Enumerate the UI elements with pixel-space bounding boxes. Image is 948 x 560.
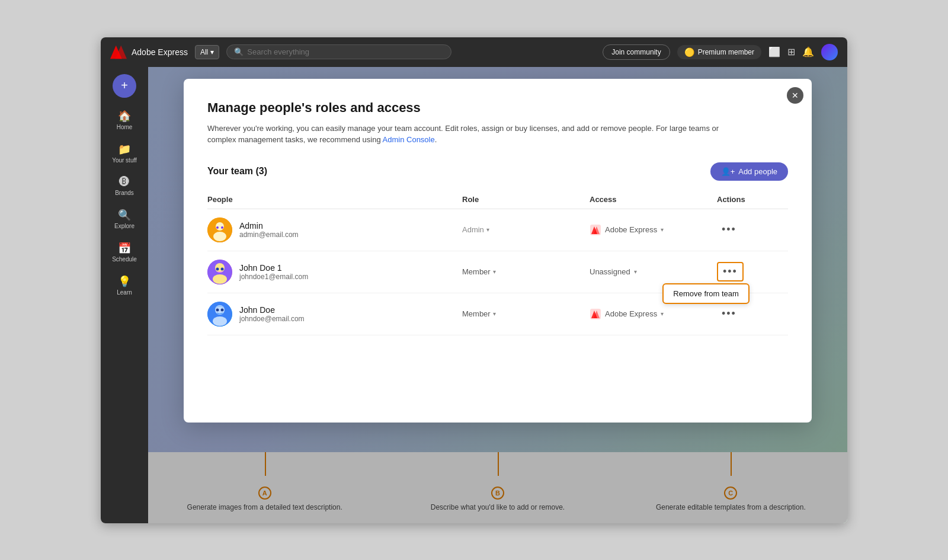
actions-button-jd1[interactable]: ••• — [717, 262, 744, 281]
svg-point-18 — [216, 308, 219, 311]
col-access: Access — [590, 195, 717, 204]
person-cell-admin: Admin admin@email.com — [207, 217, 462, 242]
access-value-jd: Adobe Express — [605, 309, 657, 318]
cast-icon[interactable]: ⬜ — [768, 46, 780, 57]
add-people-button[interactable]: 👤+ Add people — [710, 162, 788, 181]
person-name-jd1: John Doe 1 — [239, 263, 308, 273]
sidebar-item-home[interactable]: 🏠 Home — [104, 105, 145, 136]
sidebar-item-learn[interactable]: 💡 Learn — [104, 270, 145, 301]
brands-icon: 🅑 — [119, 176, 130, 188]
add-person-icon: 👤+ — [721, 167, 735, 176]
svg-point-13 — [216, 267, 219, 270]
sidebar-label-schedule: Schedule — [112, 256, 137, 263]
modal-close-button[interactable]: ✕ — [787, 87, 803, 104]
svg-point-11 — [215, 263, 225, 273]
svg-point-5 — [216, 226, 219, 229]
user-avatar[interactable] — [821, 44, 838, 60]
col-actions: Actions — [717, 195, 788, 204]
description-text: Wherever you're working, you can easily … — [207, 124, 719, 145]
people-table: People Role Access Actions — [207, 190, 788, 335]
join-community-button[interactable]: Join community — [603, 44, 670, 60]
adobe-logo-icon — [110, 44, 127, 60]
context-menu[interactable]: Remove from team — [662, 283, 750, 304]
table-row: Admin admin@email.com Admin ▾ — [207, 209, 788, 251]
sidebar-label-brands: Brands — [115, 190, 134, 197]
add-new-button[interactable]: + — [113, 74, 136, 98]
role-chevron-admin: ▾ — [486, 226, 489, 233]
sidebar-item-your-stuff[interactable]: 📁 Your stuff — [104, 138, 145, 169]
search-input[interactable] — [247, 47, 444, 56]
access-chevron-jd: ▾ — [661, 311, 664, 317]
adobe-express-icon-admin — [590, 224, 601, 236]
grid-icon[interactable]: ⊞ — [787, 46, 795, 57]
avatar-jd1 — [207, 260, 232, 284]
navbar: Adobe Express All ▾ 🔍 Join community 🟡 P… — [101, 37, 847, 67]
premium-icon: 🟡 — [684, 47, 694, 57]
svg-point-17 — [213, 316, 227, 326]
premium-label: Premium member — [698, 48, 754, 56]
svg-point-6 — [221, 226, 223, 229]
premium-member-badge: 🟡 Premium member — [677, 45, 761, 59]
remove-from-team-option[interactable]: Remove from team — [673, 289, 739, 298]
modal-title: Manage people's roles and access — [207, 100, 788, 116]
sidebar-item-brands[interactable]: 🅑 Brands — [104, 171, 145, 201]
actions-button-jd[interactable]: ••• — [717, 305, 741, 322]
person-cell-jd: John Doe johndoe@email.com — [207, 302, 462, 327]
col-people: People — [207, 195, 462, 204]
app-title: Adobe Express — [132, 47, 188, 57]
person-info-jd1: John Doe 1 johndoe1@email.com — [239, 263, 308, 281]
actions-cell-jd1: ••• Remove from team — [717, 262, 788, 281]
app-container: Adobe Express All ▾ 🔍 Join community 🟡 P… — [101, 37, 847, 523]
search-bar[interactable]: 🔍 — [226, 44, 451, 59]
access-chevron-jd1: ▾ — [634, 268, 637, 275]
sidebar: + 🏠 Home 📁 Your stuff 🅑 Brands 🔍 Explore… — [101, 67, 148, 523]
sidebar-item-explore[interactable]: 🔍 Explore — [104, 204, 145, 235]
role-dropdown-jd[interactable]: Member ▾ — [462, 309, 590, 318]
svg-point-4 — [213, 232, 226, 241]
add-people-label: Add people — [738, 167, 777, 176]
person-email-jd: johndoe@email.com — [239, 315, 305, 323]
role-dropdown-jd1[interactable]: Member ▾ — [462, 267, 590, 276]
svg-point-14 — [221, 267, 224, 270]
access-dropdown-admin[interactable]: Adobe Express ▾ — [590, 224, 717, 236]
person-email-jd1: johndoe1@email.com — [239, 273, 308, 281]
notification-icon[interactable]: 🔔 — [802, 46, 814, 57]
sidebar-label-explore: Explore — [114, 223, 134, 230]
team-header: Your team (3) 👤+ Add people — [207, 162, 788, 181]
access-chevron-admin: ▾ — [661, 226, 664, 233]
actions-cell-admin: ••• — [717, 221, 788, 238]
admin-console-link[interactable]: Admin Console — [383, 135, 435, 144]
dropdown-label: All — [200, 48, 208, 56]
modal-dialog: ✕ Manage people's roles and access Where… — [184, 79, 812, 423]
person-name-admin: Admin — [239, 221, 299, 231]
folder-icon: 📁 — [118, 143, 131, 156]
explore-icon: 🔍 — [118, 209, 131, 222]
category-dropdown[interactable]: All ▾ — [195, 45, 219, 59]
person-info-admin: Admin admin@email.com — [239, 221, 299, 239]
actions-button-admin[interactable]: ••• — [717, 221, 741, 238]
modal-description: Wherever you're working, you can easily … — [207, 123, 741, 146]
avatar-jd — [207, 302, 232, 327]
actions-cell-jd: ••• — [717, 305, 788, 322]
table-header: People Role Access Actions — [207, 190, 788, 209]
access-value-jd1: Unassigned — [590, 267, 630, 276]
svg-point-3 — [216, 222, 224, 231]
logo-area: Adobe Express — [110, 44, 188, 60]
access-dropdown-jd1[interactable]: Unassigned ▾ — [590, 267, 717, 276]
search-icon: 🔍 — [234, 47, 244, 56]
role-value-admin: Admin — [462, 225, 484, 234]
sidebar-label-learn: Learn — [117, 289, 132, 296]
col-role: Role — [462, 195, 590, 204]
sidebar-label-home: Home — [117, 124, 133, 131]
plus-icon: + — [121, 79, 128, 92]
chevron-down-icon: ▾ — [210, 48, 214, 56]
team-title: Your team (3) — [207, 166, 267, 177]
role-dropdown-admin[interactable]: Admin ▾ — [462, 225, 590, 234]
adobe-express-icon-jd — [590, 308, 601, 320]
role-chevron-jd1: ▾ — [493, 268, 496, 275]
role-value-jd1: Member — [462, 267, 491, 276]
sidebar-item-schedule[interactable]: 📅 Schedule — [104, 237, 145, 268]
access-value-admin: Adobe Express — [605, 225, 657, 234]
access-dropdown-jd[interactable]: Adobe Express ▾ — [590, 308, 717, 320]
context-menu-wrapper: ••• Remove from team — [717, 262, 744, 281]
